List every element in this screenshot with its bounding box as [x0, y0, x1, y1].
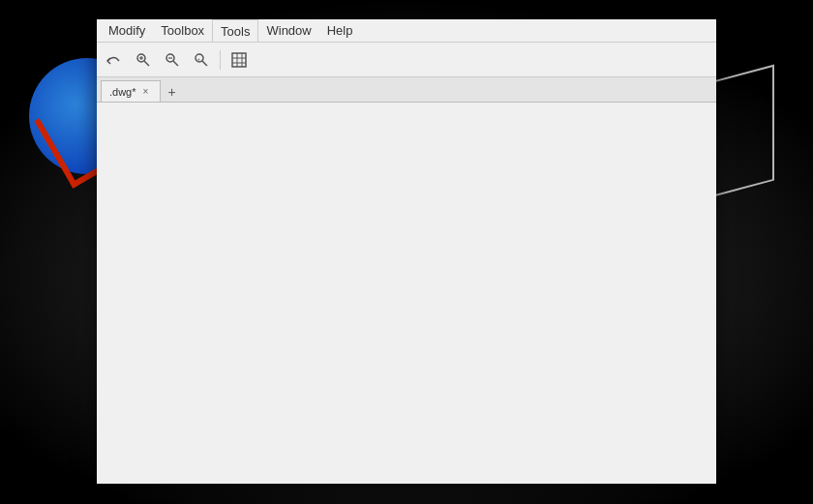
undo-icon	[106, 52, 122, 68]
zoom-realtime-button[interactable]	[130, 46, 157, 74]
tab-bar: .dwg* × +	[97, 77, 716, 103]
zoom-previous-button[interactable]	[159, 46, 186, 74]
svg-text:+: +	[197, 56, 201, 62]
svg-line-1	[144, 61, 149, 66]
grid-button[interactable]	[226, 46, 253, 74]
undo-button[interactable]	[101, 46, 128, 74]
menu-toolbox[interactable]: Toolbox	[153, 19, 212, 42]
drawing-tab[interactable]: .dwg* ×	[101, 80, 161, 102]
zoom-previous-icon	[165, 52, 180, 68]
menu-bar: Modify Toolbox Tools Window Help	[97, 19, 716, 43]
grid-icon	[231, 52, 247, 68]
svg-rect-10	[232, 53, 246, 67]
menu-window[interactable]: Window	[258, 19, 318, 42]
zoom-realtime-icon	[136, 52, 151, 68]
menu-help[interactable]: Help	[319, 19, 361, 42]
app-window: Modify Toolbox Tools Window Help	[97, 19, 716, 484]
menu-tools[interactable]: Tools	[212, 19, 258, 42]
svg-line-8	[202, 61, 207, 66]
toolbar-separator	[220, 50, 221, 70]
tab-label: .dwg*	[109, 86, 136, 98]
svg-line-5	[173, 61, 178, 66]
menu-modify[interactable]: Modify	[101, 19, 153, 42]
tab-close-button[interactable]: ×	[140, 86, 152, 98]
new-tab-button[interactable]: +	[163, 82, 182, 102]
toolbar: +	[97, 43, 716, 77]
zoom-fit-icon: +	[194, 52, 209, 68]
zoom-fit-button[interactable]: +	[188, 46, 215, 74]
